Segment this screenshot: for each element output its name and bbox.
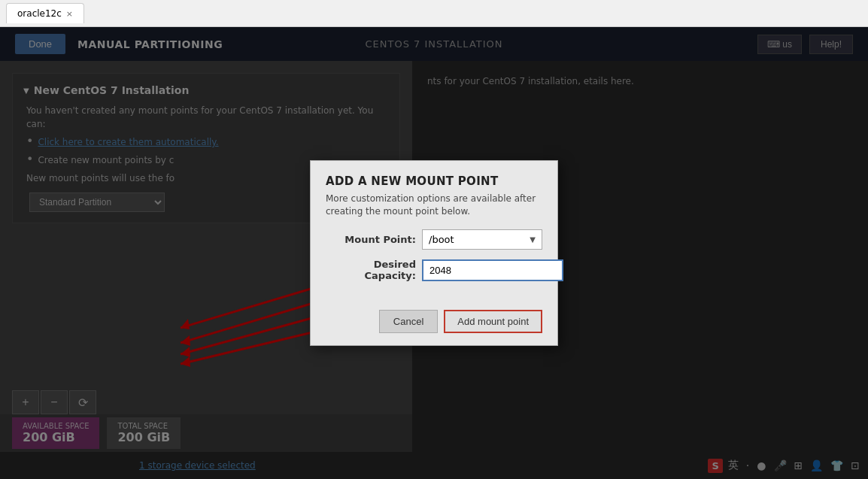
tab-close-button[interactable]: × bbox=[66, 9, 73, 19]
browser-chrome: oracle12c × bbox=[0, 0, 868, 27]
add-mount-point-dialog: ADD A NEW MOUNT POINT More customization… bbox=[310, 160, 558, 347]
dropdown-arrow-icon: ▼ bbox=[530, 235, 536, 244]
mount-point-select[interactable]: /boot ▼ bbox=[422, 229, 542, 250]
modal-overlay: ADD A NEW MOUNT POINT More customization… bbox=[0, 27, 868, 479]
capacity-row: Desired Capacity: bbox=[326, 259, 542, 281]
capacity-input[interactable] bbox=[422, 259, 563, 281]
tab-label: oracle12c bbox=[17, 8, 62, 19]
modal-body: Mount Point: /boot ▼ Desired Capacity: bbox=[311, 229, 557, 302]
add-mount-point-button[interactable]: Add mount point bbox=[444, 310, 542, 333]
mount-point-value: /boot bbox=[429, 234, 454, 245]
mount-point-label: Mount Point: bbox=[326, 234, 416, 245]
capacity-label: Desired Capacity: bbox=[326, 259, 416, 281]
browser-tab[interactable]: oracle12c × bbox=[6, 3, 84, 23]
vm-screen: Done MANUAL PARTITIONING CENTOS 7 INSTAL… bbox=[0, 27, 868, 479]
modal-subtitle: More customization options are available… bbox=[311, 193, 557, 230]
cancel-button[interactable]: Cancel bbox=[379, 310, 438, 333]
mount-point-row: Mount Point: /boot ▼ bbox=[326, 229, 542, 250]
modal-footer: Cancel Add mount point bbox=[311, 302, 557, 345]
modal-title: ADD A NEW MOUNT POINT bbox=[311, 161, 557, 193]
